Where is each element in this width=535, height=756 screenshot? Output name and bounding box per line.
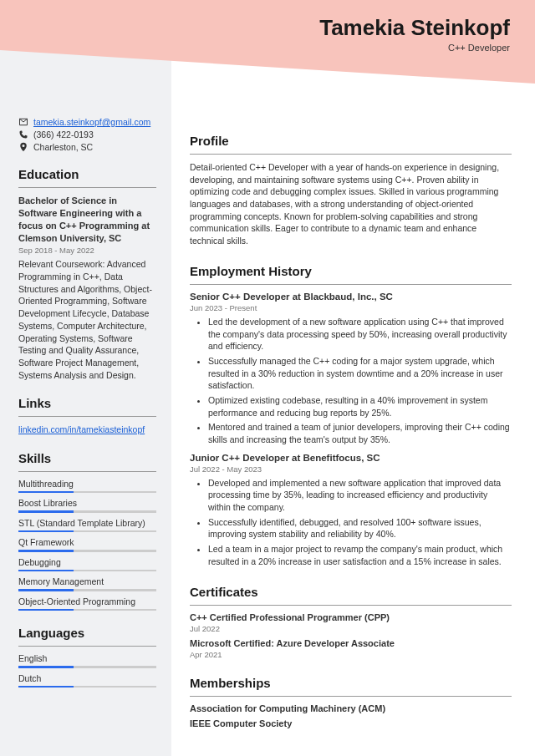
job-title: Senior C++ Developer at Blackbaud, Inc.,… <box>190 292 512 302</box>
profile-text: Detail-oriented C++ Developer with a yea… <box>190 161 512 247</box>
skill-bar-fill <box>18 530 74 533</box>
certificates-heading: Certificates <box>190 585 512 599</box>
divider <box>18 646 156 647</box>
education-heading: Education <box>18 167 156 181</box>
job-bullets: Developed and implemented a new software… <box>190 477 512 568</box>
certificates-list: C++ Certified Professional Programmer (C… <box>190 612 512 659</box>
skill-name: English <box>18 653 156 663</box>
header: Tamekia Steinkopf C++ Developer <box>319 15 510 53</box>
skill-name: STL (Standard Template Library) <box>18 518 156 528</box>
skill-bar <box>18 589 156 591</box>
certificate-title: C++ Certified Professional Programmer (C… <box>190 612 512 622</box>
education-dates: Sep 2018 - May 2022 <box>18 246 156 255</box>
job-bullet: Successfully identified, debugged, and r… <box>208 516 512 540</box>
languages-heading: Languages <box>18 626 156 640</box>
skill-bar <box>18 609 156 611</box>
resume-page: Tamekia Steinkopf C++ Developer tamekia.… <box>0 0 535 756</box>
job-dates: Jul 2022 - May 2023 <box>190 464 512 474</box>
person-title: C++ Developer <box>319 43 510 53</box>
skill-item: Qt Framework <box>18 537 156 552</box>
employment-heading: Employment History <box>190 264 512 278</box>
skill-name: Object-Oriented Programming <box>18 596 156 606</box>
divider <box>18 471 156 472</box>
skill-bar-fill <box>18 666 74 668</box>
email-link[interactable]: tamekia.steinkopf@gmail.com <box>33 117 150 127</box>
skill-name: Multithreading <box>18 479 156 489</box>
job-bullet: Led a team in a major project to revamp … <box>208 543 512 567</box>
membership-item: Association for Computing Machinery (ACM… <box>190 703 512 713</box>
skill-bar-fill <box>18 686 74 688</box>
person-name: Tamekia Steinkopf <box>319 15 510 41</box>
certificate-item: Microsoft Certified: Azure Developer Ass… <box>190 638 512 659</box>
skill-bar <box>18 686 156 688</box>
divider <box>190 696 512 697</box>
skill-item: Boost Libraries <box>18 498 156 513</box>
contact-phone-row: (366) 422-0193 <box>18 129 156 140</box>
skill-item: Object-Oriented Programming <box>18 596 156 611</box>
skill-item: Multithreading <box>18 479 156 494</box>
job-bullet: Optimized existing codebase, resulting i… <box>208 394 512 419</box>
divider <box>18 187 156 188</box>
skill-item: English <box>18 653 156 668</box>
membership-item: IEEE Computer Society <box>190 718 512 728</box>
location-text: Charleston, SC <box>33 142 93 152</box>
skill-name: Debugging <box>18 557 156 567</box>
job-title: Junior C++ Developer at Benefitfocus, SC <box>190 453 512 463</box>
job-bullet: Mentored and trained a team of junior de… <box>208 421 512 445</box>
certificate-date: Jul 2022 <box>190 624 512 633</box>
skill-name: Dutch <box>18 673 156 683</box>
location-icon <box>18 142 29 152</box>
skill-name: Memory Management <box>18 576 156 586</box>
skill-bar <box>18 666 156 668</box>
skill-bar <box>18 510 156 513</box>
skill-item: Memory Management <box>18 576 156 591</box>
skill-bar <box>18 491 156 494</box>
jobs-list: Senior C++ Developer at Blackbaud, Inc.,… <box>190 292 512 568</box>
education-degree: Bachelor of Science in Software Engineer… <box>18 195 156 244</box>
divider <box>190 154 512 155</box>
skill-bar-fill <box>18 491 74 494</box>
memberships-list: Association for Computing Machinery (ACM… <box>190 703 512 728</box>
skills-heading: Skills <box>18 451 156 465</box>
email-icon <box>18 117 29 127</box>
job-item: Junior C++ Developer at Benefitfocus, SC… <box>190 453 512 568</box>
skill-bar <box>18 570 156 572</box>
skill-item: Debugging <box>18 557 156 572</box>
linkedin-link[interactable]: linkedin.com/in/tamekiasteinkopf <box>18 424 145 434</box>
skill-bar <box>18 530 156 533</box>
skill-bar-fill <box>18 609 74 611</box>
links-heading: Links <box>18 396 156 410</box>
certificate-item: C++ Certified Professional Programmer (C… <box>190 612 512 633</box>
certificate-title: Microsoft Certified: Azure Developer Ass… <box>190 638 512 648</box>
main-content: Profile Detail-oriented C++ Developer wi… <box>171 0 535 756</box>
phone-text: (366) 422-0193 <box>33 129 94 140</box>
phone-icon <box>18 129 29 140</box>
contact-location-row: Charleston, SC <box>18 142 156 152</box>
job-bullets: Led the development of a new software ap… <box>190 316 512 446</box>
skills-list: MultithreadingBoost LibrariesSTL (Standa… <box>18 479 156 611</box>
profile-heading: Profile <box>190 134 512 148</box>
job-bullet: Successfully managed the C++ coding for … <box>208 355 512 392</box>
divider <box>190 284 512 285</box>
skill-bar-fill <box>18 550 74 552</box>
divider <box>190 605 512 606</box>
skill-name: Qt Framework <box>18 537 156 547</box>
sidebar: tamekia.steinkopf@gmail.com (366) 422-01… <box>0 0 171 756</box>
divider <box>18 416 156 417</box>
education-desc: Relevant Coursework: Advanced Programmin… <box>18 258 156 381</box>
skill-item: STL (Standard Template Library) <box>18 518 156 533</box>
contact-email-row: tamekia.steinkopf@gmail.com <box>18 117 156 127</box>
job-item: Senior C++ Developer at Blackbaud, Inc.,… <box>190 292 512 446</box>
skill-bar <box>18 550 156 552</box>
memberships-heading: Memberships <box>190 676 512 690</box>
job-bullet: Led the development of a new software ap… <box>208 316 512 353</box>
skill-bar-fill <box>18 589 74 591</box>
languages-list: EnglishDutch <box>18 653 156 688</box>
job-dates: Jun 2023 - Present <box>190 303 512 312</box>
skill-bar-fill <box>18 570 74 572</box>
certificate-date: Apr 2021 <box>190 650 512 659</box>
skill-name: Boost Libraries <box>18 498 156 508</box>
skill-item: Dutch <box>18 673 156 688</box>
job-bullet: Developed and implemented a new software… <box>208 477 512 514</box>
skill-bar-fill <box>18 510 74 513</box>
